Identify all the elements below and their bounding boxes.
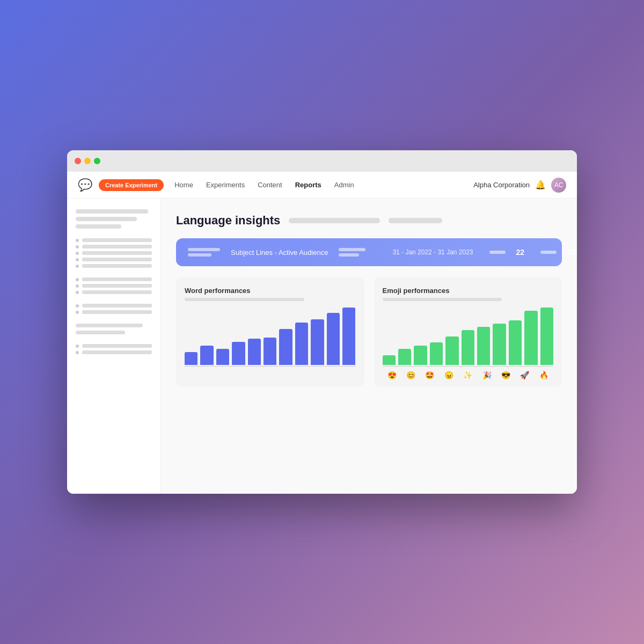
emoji-row: 😍😊🤩😠✨🎉😎🚀🔥 — [383, 371, 554, 379]
info-count1: 22 — [516, 248, 525, 257]
header-action-placeholder — [389, 218, 442, 223]
nav-bar: 💬 Create Experiment Home Experiments Con… — [67, 172, 577, 199]
sidebar-item[interactable] — [76, 258, 152, 261]
bar — [462, 330, 474, 365]
sidebar — [67, 199, 161, 494]
bar — [493, 324, 506, 365]
bar — [232, 342, 245, 365]
emoji-label: 🤩 — [425, 371, 434, 379]
sidebar-item[interactable] — [76, 264, 152, 268]
bar — [279, 329, 292, 365]
emoji-performance-card: Emoji performances 😍😊🤩😠✨🎉😎🚀🔥 — [374, 277, 562, 387]
emoji-chart-title: Emoji performances — [383, 287, 554, 295]
emoji-label: 😊 — [406, 371, 415, 379]
sidebar-group-2 — [76, 238, 152, 268]
word-chart-area — [185, 308, 356, 367]
chart-subtitle — [383, 298, 502, 301]
info-line — [339, 253, 359, 257]
emoji-label: 😎 — [501, 371, 510, 379]
avatar[interactable]: AC — [551, 178, 566, 193]
sidebar-line — [76, 217, 137, 221]
sidebar-item[interactable] — [76, 304, 152, 308]
content-area: Language insights Subject Lines - Active… — [161, 199, 577, 494]
bar — [509, 320, 522, 365]
info-line — [339, 248, 365, 251]
emoji-label: 🔥 — [539, 371, 548, 379]
bell-icon[interactable]: 🔔 — [535, 180, 546, 190]
bar — [445, 336, 458, 365]
bar — [414, 346, 427, 365]
bar — [524, 311, 537, 365]
sidebar-line — [76, 331, 125, 334]
page-title: Language insights — [176, 214, 280, 228]
info-num-lines2 — [540, 251, 557, 254]
sidebar-item[interactable] — [76, 277, 152, 281]
nav-experiments[interactable]: Experiments — [206, 181, 245, 189]
info-line — [489, 251, 506, 254]
chart-subtitle — [185, 298, 304, 301]
bar — [200, 346, 213, 365]
charts-row: Word performances Emoji performances 😍😊🤩… — [176, 277, 562, 387]
company-name: Alpha Corporation — [473, 181, 530, 189]
nav-content[interactable]: Content — [258, 181, 282, 189]
avatar-initials: AC — [554, 181, 564, 189]
nav-admin[interactable]: Admin — [334, 181, 354, 189]
app-logo: 💬 — [78, 178, 92, 192]
bar — [540, 308, 553, 365]
info-num-lines — [489, 251, 506, 254]
create-experiment-button[interactable]: Create Experiment — [99, 179, 164, 191]
word-performance-card: Word performances — [176, 277, 364, 387]
info-line — [540, 251, 557, 254]
sidebar-item[interactable] — [76, 251, 152, 255]
sidebar-item[interactable] — [76, 344, 152, 348]
bar — [248, 339, 261, 365]
browser-window: 💬 Create Experiment Home Experiments Con… — [67, 150, 577, 494]
bar — [327, 313, 340, 365]
info-card-lines — [188, 248, 220, 257]
header-filter-placeholder — [289, 218, 380, 223]
sidebar-line — [76, 224, 121, 229]
maximize-button[interactable] — [94, 158, 100, 164]
info-count2: 233 — [567, 248, 577, 257]
sidebar-item[interactable] — [76, 284, 152, 288]
bar — [342, 308, 355, 365]
sidebar-line — [76, 209, 148, 214]
sidebar-item[interactable] — [76, 238, 152, 242]
info-line — [188, 253, 211, 257]
info-card: Subject Lines - Active Audience 31 - Jan… — [176, 238, 562, 266]
nav-reports[interactable]: Reports — [295, 181, 321, 189]
emoji-label: 🚀 — [520, 371, 529, 379]
emoji-label: 😠 — [444, 371, 453, 379]
sidebar-line — [76, 324, 143, 327]
sidebar-item[interactable] — [76, 290, 152, 294]
info-line — [188, 248, 220, 251]
sidebar-item[interactable] — [76, 245, 152, 248]
traffic-lights — [75, 158, 100, 164]
info-label: Subject Lines - Active Audience — [231, 248, 328, 257]
bar — [383, 355, 396, 365]
sidebar-group-3 — [76, 277, 152, 294]
minimize-button[interactable] — [84, 158, 91, 164]
emoji-chart-area — [383, 308, 554, 367]
sidebar-item[interactable] — [76, 350, 152, 354]
sidebar-item[interactable] — [76, 310, 152, 314]
bar — [398, 349, 411, 365]
bar — [430, 342, 443, 365]
bar — [295, 323, 308, 365]
sidebar-group-1 — [76, 209, 152, 229]
nav-home[interactable]: Home — [174, 181, 193, 189]
emoji-label: 😍 — [387, 371, 397, 379]
sidebar-group-5 — [76, 324, 152, 334]
emoji-label: 🎉 — [482, 371, 492, 379]
main-layout: Language insights Subject Lines - Active… — [67, 199, 577, 494]
info-date-lines — [339, 248, 365, 257]
bar — [477, 327, 490, 365]
info-card-content: Subject Lines - Active Audience 31 - Jan… — [188, 248, 550, 257]
bar — [311, 319, 324, 365]
sidebar-group-4 — [76, 304, 152, 314]
page-header: Language insights — [176, 214, 562, 228]
sidebar-group-6 — [76, 344, 152, 354]
close-button[interactable] — [75, 158, 81, 164]
bar — [185, 352, 197, 365]
emoji-label: ✨ — [463, 371, 472, 379]
